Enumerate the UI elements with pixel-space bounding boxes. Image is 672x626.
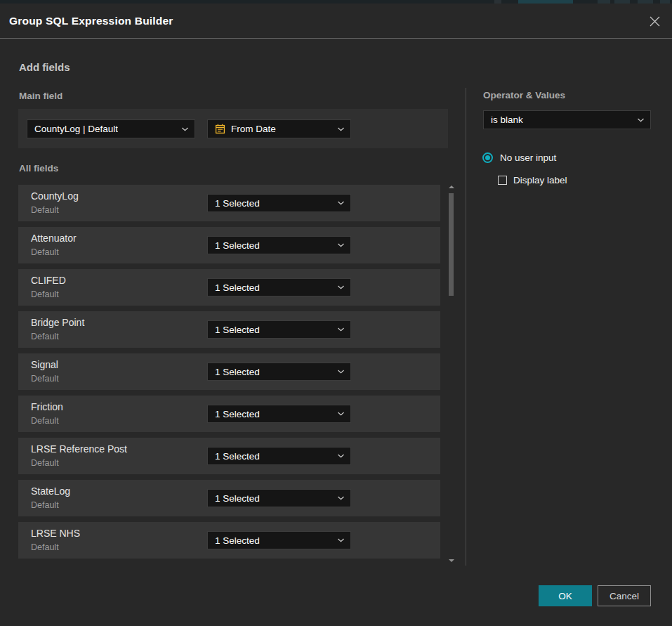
chevron-down-icon [337, 454, 345, 459]
chevron-down-icon [337, 201, 345, 206]
scroll-up-icon[interactable] [449, 185, 454, 188]
field-name: CountyLog [31, 190, 79, 202]
field-row: CountyLog Default 1 Selected [18, 185, 440, 221]
chevron-down-icon [181, 126, 189, 131]
field-subtitle: Default [31, 500, 59, 510]
field-name: Attenuator [31, 233, 77, 244]
chevron-down-icon [637, 117, 645, 122]
operator-select[interactable]: is blank [483, 110, 651, 129]
field-selection-select[interactable]: 1 Selected [207, 320, 351, 339]
field-subtitle: Default [31, 542, 59, 552]
field-row: Signal Default 1 Selected [18, 353, 440, 390]
field-row: LRSE Reference Post Default 1 Selected [18, 438, 440, 474]
field-selection-value: 1 Selected [215, 325, 260, 335]
field-selection-value: 1 Selected [215, 409, 260, 419]
field-row: Friction Default 1 Selected [18, 396, 440, 432]
scrollbar-thumb[interactable] [449, 193, 454, 296]
chevron-down-icon [337, 538, 345, 543]
field-selection-select[interactable]: 1 Selected [207, 447, 351, 465]
field-subtitle: Default [31, 205, 59, 215]
main-field-source-select[interactable]: CountyLog | Default [27, 119, 195, 138]
field-row: Attenuator Default 1 Selected [18, 227, 440, 263]
main-field-attribute-value: From Date [231, 124, 276, 134]
field-selection-select[interactable]: 1 Selected [207, 194, 351, 212]
field-selection-value: 1 Selected [215, 535, 260, 546]
chevron-down-icon [337, 243, 345, 248]
field-selection-select[interactable]: 1 Selected [207, 236, 351, 254]
field-subtitle: Default [31, 374, 59, 384]
add-fields-heading: Add fields [19, 61, 70, 73]
field-selection-value: 1 Selected [215, 493, 260, 504]
field-subtitle: Default [31, 332, 59, 341]
field-subtitle: Default [31, 289, 59, 299]
close-icon [649, 15, 661, 27]
no-user-input-radio[interactable]: No user input [482, 152, 556, 163]
calendar-icon [215, 124, 225, 134]
field-row: LRSE NHS Default 1 Selected [18, 522, 440, 559]
operator-values-label: Operator & Values [483, 90, 565, 100]
radio-selected-icon [482, 152, 493, 163]
close-button[interactable] [647, 14, 661, 28]
field-name: Signal [31, 359, 58, 370]
field-selection-value: 1 Selected [215, 198, 260, 209]
ok-button[interactable]: OK [539, 585, 592, 606]
field-selection-select[interactable]: 1 Selected [207, 363, 351, 381]
field-selection-select[interactable]: 1 Selected [207, 531, 351, 549]
dialog-title: Group SQL Expression Builder [9, 4, 173, 39]
main-field-attribute-select[interactable]: From Date [207, 119, 351, 138]
field-row: CLIFED Default 1 Selected [18, 269, 440, 306]
field-row: Bridge Point Default 1 Selected [18, 311, 440, 348]
field-selection-value: 1 Selected [215, 282, 260, 293]
field-selection-value: 1 Selected [215, 451, 260, 462]
group-sql-expression-builder-dialog: Group SQL Expression Builder Add fields … [0, 4, 672, 626]
field-name: CLIFED [31, 275, 66, 286]
dialog-header: Group SQL Expression Builder [0, 4, 672, 39]
fields-scrollbar[interactable] [448, 183, 455, 564]
display-label-label: Display label [513, 175, 567, 185]
field-name: LRSE Reference Post [31, 443, 127, 455]
field-selection-value: 1 Selected [215, 240, 260, 251]
no-user-input-label: No user input [500, 152, 556, 163]
main-field-source-value: CountyLog | Default [34, 124, 118, 134]
field-name: Friction [31, 401, 63, 412]
field-subtitle: Default [31, 458, 59, 468]
field-name: StateLog [31, 485, 70, 497]
operator-value: is blank [491, 115, 523, 125]
chevron-down-icon [337, 285, 345, 290]
field-selection-select[interactable]: 1 Selected [207, 489, 351, 507]
field-selection-select[interactable]: 1 Selected [207, 278, 351, 296]
panel-divider [466, 88, 466, 566]
chevron-down-icon [337, 327, 345, 332]
checkbox-unchecked-icon [498, 176, 507, 185]
cancel-button[interactable]: Cancel [598, 585, 651, 606]
field-subtitle: Default [31, 247, 59, 257]
all-fields-label: All fields [19, 163, 58, 174]
chevron-down-icon [337, 496, 345, 501]
scroll-down-icon[interactable] [449, 559, 454, 562]
field-subtitle: Default [31, 416, 59, 426]
field-name: LRSE NHS [31, 528, 80, 539]
display-label-checkbox[interactable]: Display label [498, 175, 567, 185]
main-field-label: Main field [19, 91, 62, 101]
field-selection-select[interactable]: 1 Selected [207, 405, 351, 423]
chevron-down-icon [337, 126, 345, 131]
chevron-down-icon [337, 412, 345, 417]
all-fields-list: CountyLog Default 1 Selected Attenuator … [18, 185, 440, 559]
chevron-down-icon [337, 370, 345, 374]
main-field-panel: CountyLog | Default From Date [18, 109, 448, 148]
field-name: Bridge Point [31, 317, 84, 328]
field-selection-value: 1 Selected [215, 367, 260, 377]
field-row: StateLog Default 1 Selected [18, 480, 440, 516]
